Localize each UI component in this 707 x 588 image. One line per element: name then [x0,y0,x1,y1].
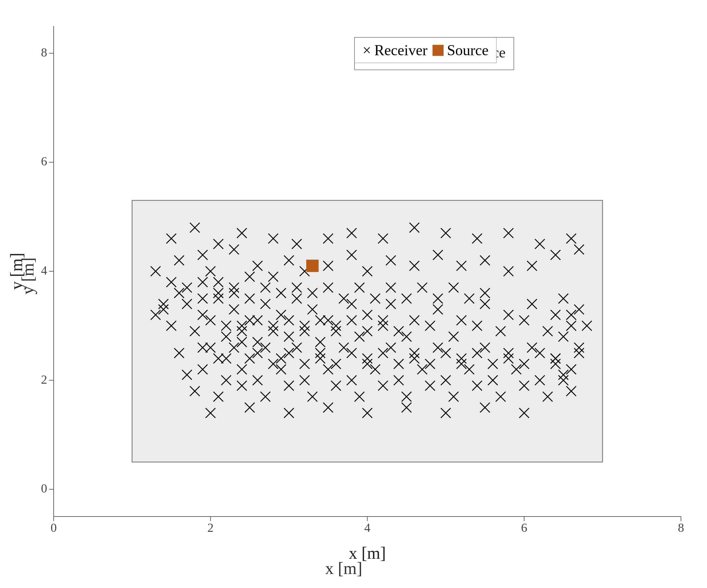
receiver-icon: × [363,42,371,59]
source-icon [433,45,444,56]
legend-receiver-label: Receiver [374,42,427,59]
y-axis-label: y [m] [18,257,37,294]
legend-source-label: Source [447,42,489,59]
legend-box: × Receiver Source [355,37,497,63]
legend-receiver: × Receiver [363,42,427,59]
x-axis-label: x [m] [325,559,362,578]
chart-container: × Receiver Source y [m] x [m] [0,0,707,588]
legend-source: Source [433,42,489,59]
